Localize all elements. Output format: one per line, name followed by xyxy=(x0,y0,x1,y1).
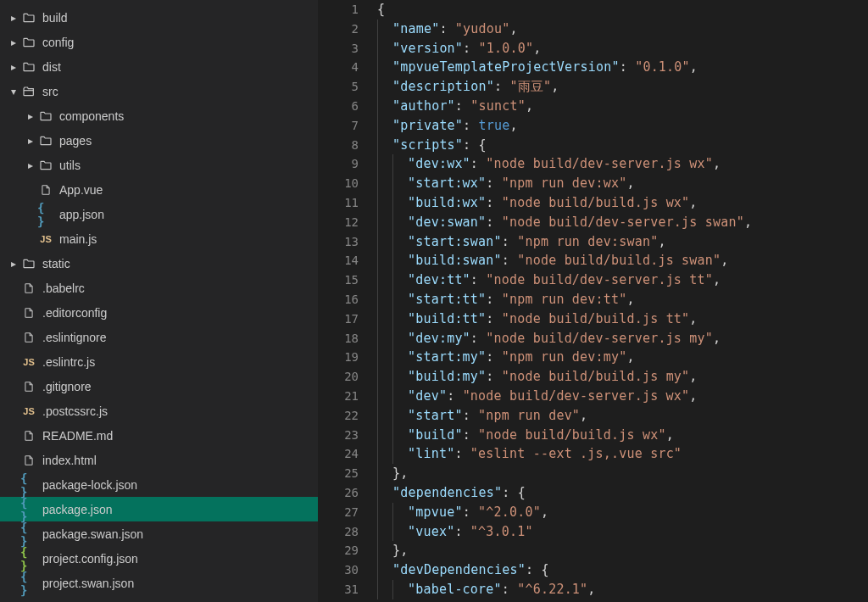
code-line[interactable]: "dependencies": { xyxy=(377,483,868,503)
token-key: "start" xyxy=(408,406,463,426)
file-item-package-lock-json[interactable]: { }package-lock.json xyxy=(0,472,318,497)
chevron-right-icon[interactable]: ▸ xyxy=(24,110,37,122)
folder-icon xyxy=(20,60,37,74)
token-punc: : xyxy=(463,503,478,522)
indent-guide xyxy=(377,560,392,580)
code-line[interactable]: "start": "npm run dev", xyxy=(377,406,868,426)
token-punc: { xyxy=(377,0,385,20)
code-line[interactable]: "scripts": { xyxy=(377,136,868,155)
folder-item-pages[interactable]: ▸pages xyxy=(0,128,318,153)
code-line[interactable]: { xyxy=(377,0,868,20)
token-key: "build:swan" xyxy=(408,251,502,270)
folder-item-static[interactable]: ▸static xyxy=(0,251,318,276)
code-line[interactable]: }, xyxy=(377,541,868,560)
file-item-project-swan-json[interactable]: { }project.swan.json xyxy=(0,571,318,595)
indent-guide xyxy=(377,251,392,270)
folder-item-utils[interactable]: ▸utils xyxy=(0,153,318,177)
file-item--eslintignore[interactable]: .eslintignore xyxy=(0,325,318,349)
chevron-right-icon[interactable]: ▸ xyxy=(7,12,20,24)
code-line[interactable]: "version": "1.0.0", xyxy=(377,39,868,59)
token-key: "dev:tt" xyxy=(408,270,470,290)
code-line[interactable]: "start:tt": "npm run dev:tt", xyxy=(377,290,868,309)
indent-guide xyxy=(377,116,392,136)
folder-item-src[interactable]: ▾src xyxy=(0,79,318,103)
file-explorer-sidebar[interactable]: ▸build▸config▸dist▾src▸components▸pages▸… xyxy=(0,0,318,602)
file-item--eslintrc-js[interactable]: JS.eslintrc.js xyxy=(0,349,318,374)
chevron-down-icon[interactable]: ▾ xyxy=(7,86,20,98)
folder-item-components[interactable]: ▸components xyxy=(0,103,318,128)
file-item-index-html[interactable]: index.html xyxy=(0,448,318,472)
code-line[interactable]: "dev:tt": "node build/dev-server.js tt", xyxy=(377,270,868,290)
code-line[interactable]: "dev:my": "node build/dev-server.js my", xyxy=(377,329,868,348)
folder-item-config[interactable]: ▸config xyxy=(0,30,318,54)
token-key: "build:my" xyxy=(408,367,486,387)
code-line[interactable]: "dev": "node build/dev-server.js wx", xyxy=(377,387,868,406)
code-line[interactable]: "build": "node build/build.js wx", xyxy=(377,426,868,445)
code-line[interactable]: "name": "yudou", xyxy=(377,20,868,39)
code-line[interactable]: "description": "雨豆", xyxy=(377,77,868,97)
indent-guide xyxy=(377,348,392,367)
file-item-readme-md[interactable]: README.md xyxy=(0,423,318,448)
code-line[interactable]: }, xyxy=(377,464,868,483)
code-line[interactable]: "start:swan": "npm run dev:swan", xyxy=(377,232,868,252)
token-punc: : xyxy=(454,522,470,542)
file-item-app-json[interactable]: { }app.json xyxy=(0,202,318,226)
file-item--babelrc[interactable]: .babelrc xyxy=(0,276,318,300)
file-item-project-config-json[interactable]: { }project.config.json xyxy=(0,546,318,571)
token-key: "lint" xyxy=(408,444,454,464)
chevron-right-icon[interactable]: ▸ xyxy=(24,159,37,171)
token-key: "scripts" xyxy=(392,136,463,155)
code-line[interactable]: "build:wx": "node build/build.js wx", xyxy=(377,193,868,213)
code-editor[interactable]: 1234567891011121314151617181920212223242… xyxy=(318,0,868,602)
code-line[interactable]: "build:my": "node build/build.js my", xyxy=(377,367,868,387)
token-punc: : xyxy=(486,290,501,309)
file-item--postcssrc-js[interactable]: JS.postcssrc.js xyxy=(0,399,318,423)
code-content[interactable]: {"name": "yudou","version": "1.0.0","mpv… xyxy=(377,0,868,602)
token-punc: : xyxy=(470,270,486,290)
code-line[interactable]: "vuex": "^3.0.1" xyxy=(377,522,868,542)
line-number: 19 xyxy=(318,348,377,367)
chevron-right-icon[interactable]: ▸ xyxy=(7,61,20,73)
file-item-package-swan-json[interactable]: { }package.swan.json xyxy=(0,521,318,546)
indent-guide xyxy=(377,174,392,193)
code-line[interactable]: "babel-core": "^6.22.1", xyxy=(377,580,868,599)
folder-item-build[interactable]: ▸build xyxy=(0,5,318,30)
line-number: 11 xyxy=(318,193,377,213)
line-number: 26 xyxy=(318,483,377,503)
code-line[interactable]: "devDependencies": { xyxy=(377,560,868,580)
code-line[interactable]: "build:tt": "node build/build.js tt", xyxy=(377,309,868,329)
token-punc: , xyxy=(689,367,697,387)
file-item--gitignore[interactable]: .gitignore xyxy=(0,374,318,399)
indent-guide xyxy=(392,213,408,232)
code-line[interactable]: "dev:wx": "node build/dev-server.js wx", xyxy=(377,154,868,174)
code-line[interactable]: "mpvueTemplateProjectVersion": "0.1.0", xyxy=(377,58,868,77)
code-line[interactable]: "start:my": "npm run dev:my", xyxy=(377,348,868,367)
indent-guide xyxy=(377,406,392,426)
code-line[interactable]: "dev:swan": "node build/dev-server.js sw… xyxy=(377,213,868,232)
indent-guide xyxy=(377,232,392,252)
line-number: 4 xyxy=(318,58,377,77)
file-item-app-vue[interactable]: App.vue xyxy=(0,177,318,202)
chevron-right-icon[interactable]: ▸ xyxy=(7,258,20,270)
file-item--editorconfig[interactable]: .editorconfig xyxy=(0,300,318,325)
token-str: "^2.0.0" xyxy=(478,503,541,522)
item-label: config xyxy=(42,36,74,49)
indent-guide xyxy=(392,522,408,542)
chevron-right-icon[interactable]: ▸ xyxy=(7,36,20,48)
file-item-main-js[interactable]: JSmain.js xyxy=(0,226,318,251)
token-punc: : xyxy=(439,20,454,39)
indent-guide xyxy=(392,270,408,290)
code-line[interactable]: "build:swan": "node build/build.js swan"… xyxy=(377,251,868,270)
folder-item-dist[interactable]: ▸dist xyxy=(0,54,318,79)
file-item-package-json[interactable]: { }package.json xyxy=(0,497,318,521)
code-line[interactable]: "author": "sunct", xyxy=(377,97,868,116)
code-line[interactable]: "mpvue": "^2.0.0", xyxy=(377,503,868,522)
token-str: "node build/dev-server.js my" xyxy=(486,329,713,348)
code-line[interactable]: "start:wx": "npm run dev:wx", xyxy=(377,174,868,193)
indent-guide xyxy=(377,580,392,599)
code-line[interactable]: "private": true, xyxy=(377,116,868,136)
chevron-right-icon[interactable]: ▸ xyxy=(24,135,37,147)
line-number: 14 xyxy=(318,251,377,270)
token-punc: , xyxy=(744,213,752,232)
code-line[interactable]: "lint": "eslint --ext .js,.vue src" xyxy=(377,444,868,464)
